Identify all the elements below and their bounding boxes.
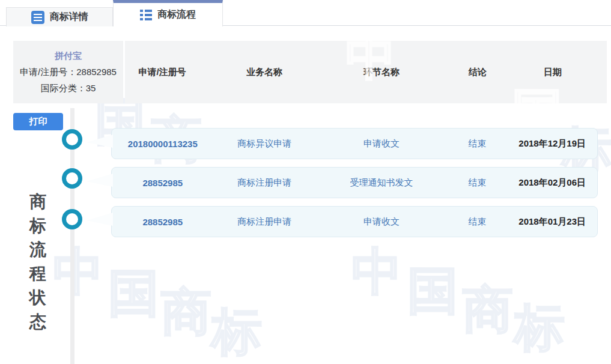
header-result: 结论 [448, 67, 508, 78]
cell-step-name: 申请收文 [315, 216, 447, 228]
flow-row[interactable]: 20180000113235 商标异议申请 申请收文 结束 2018年12月19… [111, 128, 598, 159]
cell-date: 2018年12月19日 [507, 138, 597, 150]
flow-row[interactable]: 28852985 商标注册申请 受理通知书发文 结束 2018年02月06日 [111, 167, 598, 198]
watermark-glyph: 标 [514, 302, 565, 353]
header-business-name: 业务名称 [213, 67, 315, 78]
trademark-flow-page: 国 商 标 中 国 商 标 中 国 商 标 商标详情 商标流程 拼付宝 申请/注… [0, 0, 611, 364]
cell-date: 2018年02月06日 [507, 177, 597, 189]
tab-trademark-details[interactable]: 商标详情 [6, 7, 113, 26]
cell-step-name: 受理通知书发文 [315, 177, 447, 189]
watermark-glyph: 商 [463, 284, 513, 335]
side-label-char: 态 [28, 314, 48, 330]
cell-step-name: 申请收文 [315, 138, 447, 150]
cell-business-name: 商标注册申请 [214, 177, 316, 189]
trademark-info-card: 拼付宝 申请/注册号：28852985 国际分类：35 [13, 41, 123, 103]
flow-row[interactable]: 28852985 商标注册申请 申请收文 结束 2018年01月23日 [111, 206, 598, 237]
side-label-char: 程 [28, 265, 48, 282]
bubble-tail [87, 211, 113, 227]
header-reg-no: 申请/注册号 [111, 67, 213, 78]
flow-table-header: 申请/注册号 业务名称 环节名称 结论 日期 [125, 41, 607, 103]
timeline-node-icon [62, 209, 82, 229]
cell-date: 2018年01月23日 [507, 216, 597, 228]
cell-result: 结束 [448, 216, 508, 228]
cell-business-name: 商标异议申请 [214, 138, 316, 150]
watermark-glyph: 中 [351, 246, 402, 297]
tab-bar: 商标详情 商标流程 [0, 0, 611, 26]
cell-reg-no: 28852985 [112, 217, 214, 227]
brand-name: 拼付宝 [55, 50, 82, 62]
tab-label: 商标详情 [50, 11, 88, 23]
tab-label: 商标流程 [157, 8, 196, 21]
watermark-glyph: 中 [53, 246, 103, 297]
header-step-name: 环节名称 [315, 67, 448, 78]
side-label-char: 标 [28, 217, 48, 234]
bubble-tail [87, 172, 113, 188]
header-date: 日期 [508, 67, 598, 78]
watermark-glyph: 国 [108, 268, 159, 318]
bubble-tail [87, 133, 113, 149]
international-class-line: 国际分类：35 [41, 83, 96, 94]
print-button[interactable]: 打印 [13, 113, 63, 130]
document-icon [31, 11, 44, 24]
flow-status-vertical-label: 商 标 流 程 状 态 [28, 193, 48, 330]
timeline-node-icon [62, 129, 82, 150]
registration-number-line: 申请/注册号：28852985 [20, 67, 117, 78]
side-label-char: 状 [28, 290, 48, 306]
timeline-node-icon [62, 168, 82, 189]
watermark-glyph: 国 [407, 265, 458, 316]
cell-reg-no: 28852985 [112, 178, 214, 188]
side-label-char: 商 [28, 193, 48, 210]
cell-result: 结束 [448, 138, 508, 150]
watermark-glyph: 商 [161, 287, 211, 337]
cell-result: 结束 [448, 177, 508, 189]
tab-trademark-flow[interactable]: 商标流程 [113, 0, 223, 26]
cell-business-name: 商标注册申请 [214, 216, 316, 228]
watermark-glyph: 标 [211, 306, 262, 357]
cell-reg-no: 20180000113235 [112, 139, 214, 149]
list-icon [140, 10, 152, 20]
side-label-char: 流 [28, 241, 48, 258]
